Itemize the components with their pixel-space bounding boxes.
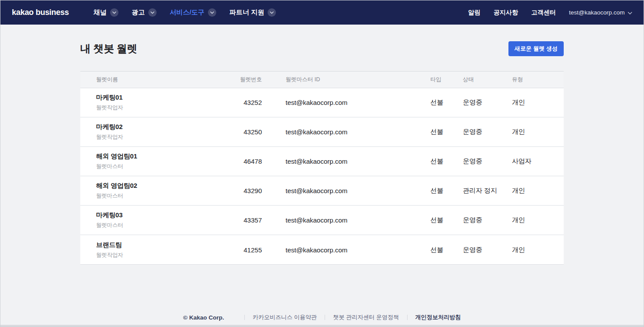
wallet-category: 개인	[512, 216, 564, 224]
wallet-status: 운영중	[463, 157, 512, 165]
utility-link[interactable]: 알림	[468, 9, 480, 17]
header-wallet-number: 월렛번호	[209, 76, 262, 83]
wallet-master-id: test@kakaocorp.com	[262, 158, 430, 165]
wallet-name: 브랜드팀	[96, 241, 209, 249]
wallet-status: 운영중	[463, 128, 512, 136]
header-type: 타입	[430, 76, 463, 83]
wallet-name: 해외 영업팀01	[96, 152, 209, 161]
nav-menu-item[interactable]: 서비스/도구	[170, 8, 216, 17]
footer-links: 카카오비즈니스 이용약관 챗봇 관리자센터 운영정책 개인정보처리방침	[236, 313, 461, 321]
account-menu[interactable]: test@kakaocorp.com	[569, 9, 632, 16]
window-bottom-edge	[0, 325, 644, 327]
table-row[interactable]: 해외 영업팀01 월렛마스터 46478 test@kakaocorp.com …	[80, 147, 564, 176]
navbar-right: 알림 공지사항 고객센터 test@kakaocorp.com	[468, 9, 632, 17]
chevron-down-icon	[628, 9, 632, 16]
table-row[interactable]: 마케팅01 월렛작업자 43252 test@kakaocorp.com 선불 …	[80, 88, 564, 118]
chevron-down-icon	[268, 8, 276, 17]
wallet-number: 46478	[209, 158, 262, 165]
wallet-name: 해외 영업팀02	[96, 182, 209, 190]
wallet-type: 선불	[430, 128, 463, 136]
wallet-category: 개인	[512, 187, 564, 195]
wallet-type: 선불	[430, 98, 463, 107]
account-email: test@kakaocorp.com	[569, 9, 625, 16]
primary-nav: 채널 광고 서비스/도구 파트너 지원	[93, 8, 276, 17]
create-wallet-button[interactable]: 새로운 월렛 생성	[508, 41, 564, 56]
wallet-name: 마케팅01	[96, 93, 209, 102]
page-title: 내 챗봇 월렛	[80, 42, 137, 56]
nav-menu-item[interactable]: 광고	[132, 8, 157, 17]
wallet-role: 월렛작업자	[96, 252, 209, 259]
wallet-role: 월렛작업자	[96, 133, 209, 141]
wallet-number: 43250	[209, 128, 262, 136]
wallet-role: 월렛마스터	[96, 222, 209, 229]
wallet-number: 43290	[209, 187, 262, 194]
nav-menu-item[interactable]: 파트너 지원	[229, 8, 276, 17]
table-row[interactable]: 해외 영업팀02 월렛마스터 43290 test@kakaocorp.com …	[80, 176, 564, 206]
wallet-category: 사업자	[512, 157, 564, 165]
wallet-type: 선불	[430, 157, 463, 165]
footer-link[interactable]: 챗봇 관리자센터 운영정책	[317, 313, 399, 321]
header-status: 상태	[463, 76, 512, 83]
wallet-name: 마케팅03	[96, 211, 209, 219]
wallet-status: 운영중	[463, 216, 512, 224]
wallet-status: 관리자 정지	[463, 187, 512, 195]
main-content: 내 챗봇 월렛 새로운 월렛 생성 월렛이름 월렛번호 월렛마스터 ID 타입 …	[80, 41, 564, 265]
wallet-category: 개인	[512, 246, 564, 254]
utility-link[interactable]: 고객센터	[531, 9, 556, 17]
utility-link[interactable]: 공지사항	[494, 9, 518, 17]
top-navbar: kakao business 채널 광고 서비스/도구	[0, 0, 644, 25]
chevron-down-icon	[148, 8, 157, 17]
nav-menu-label: 광고	[132, 8, 145, 17]
wallet-category: 개인	[512, 98, 564, 107]
title-row: 내 챗봇 월렛 새로운 월렛 생성	[80, 41, 564, 56]
wallet-table: 월렛이름 월렛번호 월렛마스터 ID 타입 상태 유형 마케팅01 월렛작업자 …	[80, 71, 564, 265]
nav-menu-label: 채널	[93, 8, 107, 17]
wallet-status: 운영중	[463, 246, 512, 254]
wallet-master-id: test@kakaocorp.com	[262, 99, 430, 106]
header-category: 유형	[512, 76, 564, 83]
header-master-id: 월렛마스터 ID	[262, 76, 430, 83]
table-row[interactable]: 마케팅03 월렛마스터 43357 test@kakaocorp.com 선불 …	[80, 206, 564, 235]
kakao-business-logo[interactable]: kakao business	[12, 8, 69, 17]
wallet-master-id: test@kakaocorp.com	[262, 128, 430, 136]
wallet-name-cell: 마케팅01 월렛작업자	[80, 93, 209, 111]
footer-link[interactable]: 카카오비즈니스 이용약관	[236, 313, 317, 321]
wallet-master-id: test@kakaocorp.com	[262, 246, 430, 254]
table-row[interactable]: 브랜드팀 월렛작업자 41255 test@kakaocorp.com 선불 운…	[80, 235, 564, 265]
table-body: 마케팅01 월렛작업자 43252 test@kakaocorp.com 선불 …	[80, 88, 564, 265]
table-row[interactable]: 마케팅02 월렛작업자 43250 test@kakaocorp.com 선불 …	[80, 118, 564, 147]
footer-link[interactable]: 개인정보처리방침	[399, 313, 461, 321]
wallet-name-cell: 해외 영업팀02 월렛마스터	[80, 182, 209, 200]
wallet-master-id: test@kakaocorp.com	[262, 216, 430, 224]
wallet-type: 선불	[430, 187, 463, 195]
nav-menu-label: 파트너 지원	[229, 8, 264, 17]
wallet-number: 41255	[209, 246, 262, 254]
wallet-name-cell: 마케팅03 월렛마스터	[80, 211, 209, 229]
nav-menu-label: 서비스/도구	[170, 8, 204, 17]
utility-nav: 알림 공지사항 고객센터	[468, 9, 556, 17]
wallet-name-cell: 해외 영업팀01 월렛마스터	[80, 152, 209, 170]
wallet-role: 월렛마스터	[96, 192, 209, 200]
table-header-row: 월렛이름 월렛번호 월렛마스터 ID 타입 상태 유형	[80, 71, 564, 88]
wallet-name-cell: 마케팅02 월렛작업자	[80, 123, 209, 141]
chevron-down-icon	[110, 8, 118, 17]
wallet-status: 운영중	[463, 98, 512, 107]
chevron-down-icon	[208, 8, 216, 17]
copyright-text: © Kakao Corp.	[183, 314, 224, 321]
wallet-name-cell: 브랜드팀 월렛작업자	[80, 241, 209, 259]
header-wallet-name: 월렛이름	[80, 76, 209, 83]
wallet-type: 선불	[430, 216, 463, 224]
wallet-type: 선불	[430, 246, 463, 254]
page-footer: © Kakao Corp. 카카오비즈니스 이용약관 챗봇 관리자센터 운영정책…	[0, 313, 644, 321]
wallet-number: 43357	[209, 216, 262, 224]
nav-menu-item[interactable]: 채널	[93, 8, 118, 17]
wallet-master-id: test@kakaocorp.com	[262, 187, 430, 194]
wallet-category: 개인	[512, 128, 564, 136]
wallet-number: 43252	[209, 99, 262, 106]
wallet-role: 월렛마스터	[96, 163, 209, 170]
wallet-name: 마케팅02	[96, 123, 209, 131]
wallet-role: 월렛작업자	[96, 104, 209, 111]
